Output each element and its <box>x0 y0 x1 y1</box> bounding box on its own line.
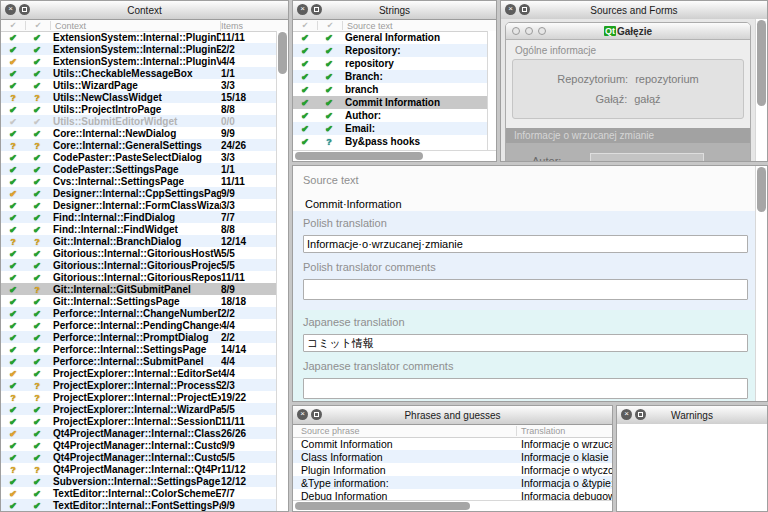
table-row[interactable]: &Type information:Informacja o &typie: <box>293 476 612 489</box>
table-row[interactable]: ✔✔repository <box>293 57 488 70</box>
table-row[interactable]: ✔✔Designer::Internal::FormClassWizard..3… <box>1 199 277 211</box>
table-row[interactable]: ✔✔CodePaster::PasteSelectDialog3/3 <box>1 151 277 163</box>
table-row[interactable]: ✔?Git::Internal::GitSubmitPanel8/9 <box>1 283 277 295</box>
polish-translation-input[interactable] <box>303 235 748 253</box>
table-row[interactable]: ✔✔Utils::CheckableMessageBox1/1 <box>1 67 277 79</box>
phrases-horizontal-scrollbar[interactable] <box>293 500 612 511</box>
source-text-value: Commit·Information <box>305 198 767 210</box>
close-icon[interactable]: × <box>505 4 516 15</box>
close-icon[interactable]: × <box>5 4 16 15</box>
green-check-icon: ✔ <box>9 321 17 331</box>
table-row[interactable]: ✔✔Utils::WizardPage3/3 <box>1 79 277 91</box>
green-check-icon: ✔ <box>33 345 41 355</box>
table-row[interactable]: ✔✔Qt4ProjectManager::Internal::Custo...9… <box>1 439 277 451</box>
green-check-icon: ✔ <box>9 405 17 415</box>
table-row[interactable]: ✔✔Core::Internal::NewDialog9/9 <box>1 127 277 139</box>
table-row[interactable]: ✔✔Gitorious::Internal::GitoriousHostWi..… <box>1 247 277 259</box>
green-check-icon: ✔ <box>301 59 309 69</box>
table-row[interactable]: Plugin InformationInformacje o wtyczce <box>293 463 612 476</box>
done-check-icon: ✔ <box>318 21 343 30</box>
green-check-icon: ✔ <box>33 273 41 283</box>
table-row[interactable]: ✔✔Cvs::Internal::SettingsPage11/11 <box>1 175 277 187</box>
float-icon[interactable] <box>19 4 30 15</box>
table-row[interactable]: ✔✔Perforce::Internal::SubmitPanel4/4 <box>1 355 277 367</box>
close-icon[interactable]: × <box>297 409 308 420</box>
table-row[interactable]: ✔✔ProjectExplorer::Internal::WizardPage5… <box>1 403 277 415</box>
table-row[interactable]: ✔✔ExtensionSystem::Internal::PluginView4… <box>1 55 277 67</box>
float-icon[interactable] <box>635 409 646 420</box>
table-row[interactable]: ✔✔Find::Internal::FindWidget8/8 <box>1 223 277 235</box>
table-row[interactable]: ✔✔CodePaster::SettingsPage1/1 <box>1 163 277 175</box>
table-row[interactable]: ✔✔Subversion::Internal::SettingsPage12/1… <box>1 475 277 487</box>
green-check-icon: ✔ <box>33 57 41 67</box>
japanese-translation-input[interactable] <box>303 334 748 352</box>
table-row[interactable]: ✔✔branch <box>293 83 488 96</box>
green-check-icon: ✔ <box>9 69 17 79</box>
table-row[interactable]: ✔✔Find::Internal::FindDialog7/7 <box>1 211 277 223</box>
table-row[interactable]: ✔✔ProjectExplorer::Internal::SessionDia.… <box>1 415 277 427</box>
table-row[interactable]: ??Core::Internal::GeneralSettings24/26 <box>1 139 277 151</box>
table-row[interactable]: Commit InformationInformacje o wrzucanej… <box>293 437 612 450</box>
table-row[interactable]: ??Git::Internal::BranchDialog12/14 <box>1 235 277 247</box>
table-row[interactable]: ✔✔Qt4ProjectManager::Internal::ClassD..2… <box>1 427 277 439</box>
table-row[interactable]: ✔✔Email: <box>293 122 488 135</box>
table-row[interactable]: ✔✔Utils::ProjectIntroPage8/8 <box>1 103 277 115</box>
float-icon[interactable] <box>311 4 322 15</box>
table-row[interactable]: ✔✔Utils::SubmitEditorWidget0/0 <box>1 115 277 127</box>
table-row[interactable]: ✔✔Repository: <box>293 44 488 57</box>
close-icon[interactable]: × <box>297 4 308 15</box>
table-row[interactable]: ✔✔Commit Information <box>293 96 488 109</box>
table-row[interactable]: ✔?ProjectExplorer::Internal::ProcessSte.… <box>1 379 277 391</box>
table-row[interactable]: ✔✔Gitorious::Internal::GitoriousProject.… <box>1 259 277 271</box>
japanese-comments-input[interactable] <box>303 378 748 399</box>
polish-comments-input[interactable] <box>303 279 748 300</box>
green-check-icon: ✔ <box>33 201 41 211</box>
translation-vertical-scrollbar[interactable] <box>755 166 767 401</box>
translation-column-header[interactable]: Translation <box>517 426 612 436</box>
strings-horizontal-scrollbar[interactable] <box>293 150 496 161</box>
items-column-header[interactable]: Items <box>221 21 277 31</box>
table-row[interactable]: ✔✔Perforce::Internal::ChangeNumberDi..2/… <box>1 307 277 319</box>
green-check-icon: ✔ <box>33 477 41 487</box>
strings-title: Strings <box>379 5 410 16</box>
green-check-icon: ✔ <box>9 285 17 295</box>
table-row[interactable]: ✔?By&pass hooks <box>293 135 488 148</box>
table-row[interactable]: ✔✔ExtensionSystem::Internal::PluginErr..… <box>1 43 277 55</box>
table-row[interactable]: ✔✔ExtensionSystem::Internal::PluginDe..1… <box>1 31 277 43</box>
table-row[interactable]: ✔✔Branch: <box>293 70 488 83</box>
table-row[interactable]: ✔✔Qt4ProjectManager::Internal::Custo...5… <box>1 451 277 463</box>
green-check-icon: ✔ <box>33 297 41 307</box>
context-vertical-scrollbar[interactable] <box>276 31 288 511</box>
author-field <box>590 153 704 162</box>
table-row[interactable]: ✔✔TextEditor::Internal::ColorSchemeEdit7… <box>1 487 277 499</box>
form-preview-area: Qt Gałęzie Ogólne informacje Repozytoriu… <box>501 19 767 161</box>
table-row[interactable]: ✔✔TextEditor::Internal::FontSettingsPage… <box>1 499 277 511</box>
table-row[interactable]: ✔✔Perforce::Internal::SettingsPage14/14 <box>1 343 277 355</box>
table-row[interactable]: ✔✔General Information <box>293 31 488 44</box>
table-row[interactable]: ✔✔Author: <box>293 109 488 122</box>
float-icon[interactable] <box>311 409 322 420</box>
green-check-icon: ✔ <box>33 165 41 175</box>
warnings-title: Warnings <box>671 410 713 421</box>
table-row[interactable]: ??ProjectExplorer::Internal::ProjectExp.… <box>1 391 277 403</box>
table-row[interactable]: ✔✔Git::Internal::SettingsPage18/18 <box>1 295 277 307</box>
context-column-header[interactable]: Context <box>51 21 221 31</box>
source-phrase-column-header[interactable]: Source phrase <box>293 426 517 436</box>
close-icon[interactable]: × <box>621 409 632 420</box>
table-row[interactable]: ✔✔Perforce::Internal::PendingChanges...4… <box>1 319 277 331</box>
table-row[interactable]: ??Utils::NewClassWidget15/18 <box>1 91 277 103</box>
float-icon[interactable] <box>519 4 530 15</box>
source-text-column-header[interactable]: Source text <box>343 21 488 31</box>
phrases-titlebar: × Phrases and guesses <box>293 406 612 425</box>
yellow-question-icon: ? <box>10 393 16 403</box>
green-check-icon: ✔ <box>9 381 17 391</box>
table-row[interactable]: ✔✔Designer::Internal::CppSettingsPage...… <box>1 187 277 199</box>
japanese-comments-label: Japanese translator comments <box>303 360 756 372</box>
table-row[interactable]: ✔✔Gitorious::Internal::GitoriousReposit.… <box>1 271 277 283</box>
strings-vertical-scrollbar[interactable] <box>487 31 496 151</box>
table-row[interactable]: ??Qt4ProjectManager::Internal::Qt4Pro..1… <box>1 463 277 475</box>
table-row[interactable]: ✔✔Perforce::Internal::PromptDialog2/2 <box>1 331 277 343</box>
sources-vertical-scrollbar[interactable] <box>755 19 767 161</box>
table-row[interactable]: ✔✔ProjectExplorer::Internal::EditorSetti… <box>1 367 277 379</box>
table-row[interactable]: Class InformationInformacje o klasie <box>293 450 612 463</box>
